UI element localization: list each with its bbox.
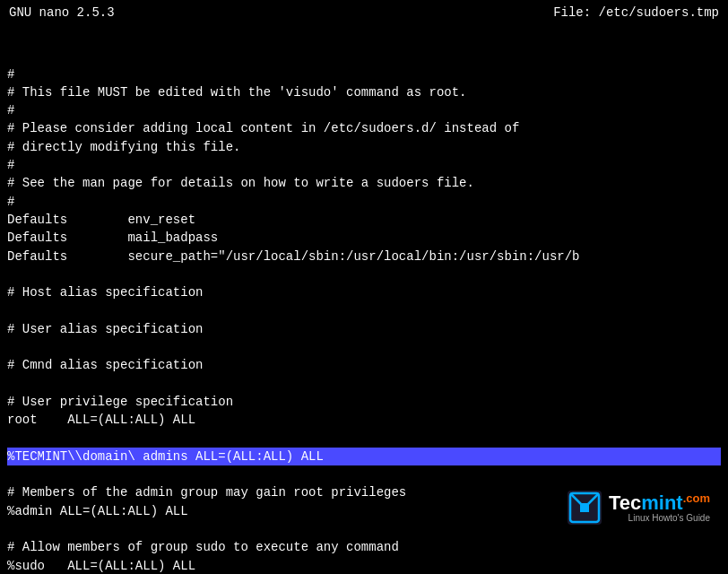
svg-rect-4 [580, 503, 589, 512]
editor-line: # User alias specification [7, 320, 721, 338]
editor-line: # [7, 101, 721, 119]
editor-line: # This file MUST be edited with the 'vis… [7, 83, 721, 101]
watermark-tec: Tec [609, 491, 641, 514]
editor-line: # [7, 193, 721, 211]
editor-line: # [7, 65, 721, 83]
watermark-mint: mint [641, 491, 682, 514]
editor-line: %TECMINT\\domain\ admins ALL=(ALL:ALL) A… [7, 448, 721, 465]
watermark-logo-icon [568, 491, 602, 525]
editor-line: # Allow members of group sudo to execute… [7, 538, 721, 556]
editor-line [7, 430, 721, 448]
watermark-brand-name: Tecmint.com [609, 492, 710, 513]
editor-line: root ALL=(ALL:ALL) ALL [7, 411, 721, 429]
editor-line: # directly modifying this file. [7, 138, 721, 156]
editor-line: # User privilege specification [7, 393, 721, 411]
title-file: File: /etc/sudoers.tmp [553, 5, 719, 20]
editor-line: # Cmnd alias specification [7, 356, 721, 374]
terminal-window: GNU nano 2.5.3 File: /etc/sudoers.tmp ##… [0, 0, 728, 574]
watermark-dotcom: .com [683, 491, 710, 505]
editor-line [7, 301, 721, 319]
watermark-subtitle: Linux Howto's Guide [609, 513, 710, 523]
watermark-text: Tecmint.com Linux Howto's Guide [609, 492, 710, 523]
editor-line [7, 465, 721, 483]
editor-line: # Please consider adding local content i… [7, 119, 721, 137]
title-bar: GNU nano 2.5.3 File: /etc/sudoers.tmp [0, 0, 728, 25]
title-app: GNU nano 2.5.3 [9, 5, 115, 20]
editor-line: Defaults mail_badpass [7, 229, 721, 247]
editor-line [7, 375, 721, 393]
editor-line: # [7, 156, 721, 174]
editor-line [7, 265, 721, 283]
editor-line: Defaults secure_path="/usr/local/sbin:/u… [7, 248, 721, 265]
editor-line: # Host alias specification [7, 283, 721, 301]
editor-line: Defaults env_reset [7, 211, 721, 229]
editor-line [7, 338, 721, 356]
editor-line: # See the man page for details on how to… [7, 174, 721, 192]
editor-line: %sudo ALL=(ALL:ALL) ALL [7, 557, 721, 574]
watermark: Tecmint.com Linux Howto's Guide [568, 491, 710, 525]
